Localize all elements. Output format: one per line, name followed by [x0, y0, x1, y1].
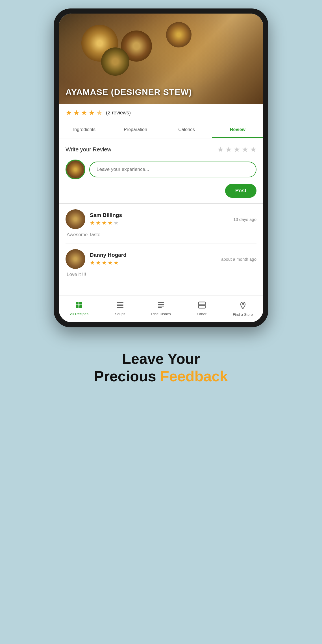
reviewer-info-1: Sam Billings ★ ★ ★ ★ ★ — [90, 212, 233, 226]
review-item-2: Danny Hogard ★ ★ ★ ★ ★ about a month ago… — [66, 249, 256, 283]
phone-frame: AYAMASE (DESIGNER STEW) ★ ★ ★ ★ ★ (2 rev… — [54, 8, 268, 327]
star-4: ★ — [88, 108, 95, 117]
grid-icon — [75, 301, 83, 311]
star-1: ★ — [66, 108, 72, 117]
rating-bar: ★ ★ ★ ★ ★ (2 reviews) — [59, 104, 263, 122]
bottom-nav: All Recipes Soups — [59, 295, 263, 322]
reviews-count: (2 reviews) — [106, 110, 131, 116]
svg-rect-9 — [158, 304, 164, 305]
nav-other[interactable]: Other — [181, 299, 222, 319]
post-button-row: Post — [66, 184, 256, 198]
reviewer-name-1: Sam Billings — [90, 212, 233, 218]
input-star-4[interactable]: ★ — [242, 145, 248, 154]
svg-rect-2 — [76, 305, 79, 308]
rating-input-stars[interactable]: ★ ★ ★ ★ ★ — [217, 145, 256, 154]
list-icon — [116, 301, 124, 311]
recipe-title: AYAMASE (DESIGNER STEW) — [66, 87, 192, 97]
reviewer-avatar-1 — [66, 209, 85, 229]
svg-rect-4 — [117, 302, 123, 303]
review-time-1: 13 days ago — [233, 217, 256, 222]
svg-rect-5 — [117, 304, 123, 304]
rating-stars: ★ ★ ★ ★ ★ — [66, 108, 103, 117]
input-star-1[interactable]: ★ — [217, 145, 224, 154]
reviewer-stars-2: ★ ★ ★ ★ ★ — [90, 259, 221, 266]
svg-point-14 — [242, 303, 244, 305]
star-2: ★ — [73, 108, 80, 117]
current-user-avatar — [66, 160, 85, 179]
footer-line2-normal: Precious — [94, 368, 160, 384]
nav-label-find-store: Find a Store — [233, 312, 253, 317]
footer-text: Leave Your Precious Feedback — [94, 350, 228, 385]
divider — [59, 203, 263, 204]
content-area: Write your Review ★ ★ ★ ★ ★ Post — [59, 138, 263, 295]
write-review-header: Write your Review ★ ★ ★ ★ ★ — [66, 145, 256, 154]
post-button[interactable]: Post — [225, 184, 256, 198]
nav-all-recipes[interactable]: All Recipes — [59, 299, 100, 319]
nav-label-rice-dishes: Rice Dishes — [151, 312, 171, 316]
footer-line2-highlight: Feedback — [160, 368, 228, 384]
footer-line1: Leave Your — [122, 351, 200, 367]
review-text-1: Awesome Taste — [66, 232, 256, 238]
svg-rect-8 — [158, 302, 164, 303]
nav-find-store[interactable]: Find a Store — [222, 299, 263, 319]
phone-screen: AYAMASE (DESIGNER STEW) ★ ★ ★ ★ ★ (2 rev… — [59, 14, 263, 322]
review-header-1: Sam Billings ★ ★ ★ ★ ★ 13 days ago — [66, 209, 256, 229]
reviewer-stars-1: ★ ★ ★ ★ ★ — [90, 219, 233, 226]
svg-rect-13 — [199, 305, 205, 308]
input-star-5[interactable]: ★ — [250, 145, 256, 154]
location-icon — [239, 301, 247, 311]
review-text-input[interactable] — [89, 162, 256, 177]
nav-soups[interactable]: Soups — [100, 299, 141, 319]
svg-rect-1 — [79, 302, 82, 304]
star-3: ★ — [81, 108, 87, 117]
nav-label-soups: Soups — [115, 312, 125, 316]
hero-image: AYAMASE (DESIGNER STEW) — [59, 14, 263, 104]
svg-rect-7 — [117, 307, 123, 308]
review-text-2: Love it !!! — [66, 272, 256, 277]
svg-rect-3 — [79, 305, 82, 308]
menu-icon — [157, 301, 165, 311]
reviewer-info-2: Danny Hogard ★ ★ ★ ★ ★ — [90, 252, 221, 266]
write-review-title: Write your Review — [66, 146, 111, 153]
reviewer-name-2: Danny Hogard — [90, 252, 221, 258]
review-time-2: about a month ago — [221, 257, 256, 262]
review-input-row — [66, 160, 256, 179]
svg-rect-12 — [199, 302, 205, 305]
reviewer-avatar-2 — [66, 249, 85, 269]
tabs-bar: Ingredients Preparation Calories Review — [59, 122, 263, 138]
svg-rect-6 — [117, 305, 123, 306]
review-header-2: Danny Hogard ★ ★ ★ ★ ★ about a month ago — [66, 249, 256, 269]
svg-rect-11 — [158, 307, 162, 308]
review-item-1: Sam Billings ★ ★ ★ ★ ★ 13 days ago Aweso… — [66, 209, 256, 243]
star-5: ★ — [96, 108, 103, 117]
tab-ingredients[interactable]: Ingredients — [59, 122, 110, 138]
input-star-3[interactable]: ★ — [234, 145, 240, 154]
tab-calories[interactable]: Calories — [161, 122, 212, 138]
nav-rice-dishes[interactable]: Rice Dishes — [141, 299, 182, 319]
tab-review[interactable]: Review — [212, 122, 263, 138]
svg-rect-0 — [76, 302, 79, 304]
input-star-2[interactable]: ★ — [225, 145, 232, 154]
nav-label-all-recipes: All Recipes — [70, 312, 88, 316]
tab-preparation[interactable]: Preparation — [110, 122, 161, 138]
card-icon — [198, 301, 206, 311]
svg-rect-10 — [158, 306, 164, 306]
footer-section: Leave Your Precious Feedback — [88, 344, 234, 391]
nav-label-other: Other — [197, 312, 207, 316]
